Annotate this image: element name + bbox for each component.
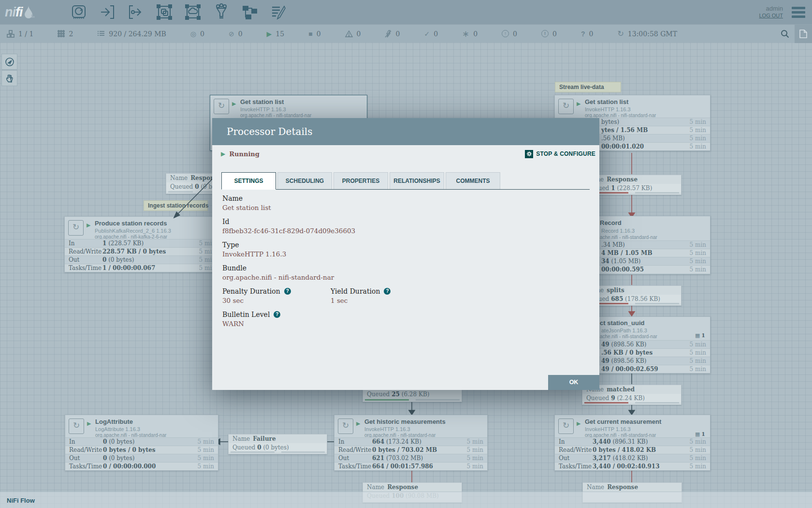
help-icon[interactable]: ? — [384, 288, 391, 295]
field-value: Get station list — [222, 204, 585, 211]
global-menu-icon[interactable] — [792, 5, 805, 20]
help-icon[interactable]: ? — [284, 288, 291, 295]
dialog-title: Processor Details — [212, 118, 599, 145]
name-row: NameResponse — [363, 483, 462, 492]
user-block: admin LOG OUT — [759, 5, 783, 19]
field-yield-duration: Yield Duration? 1 sec — [331, 287, 391, 304]
sync-failure-icon: ? — [581, 30, 585, 37]
logout-link[interactable]: LOG OUT — [759, 12, 783, 19]
template-component-icon[interactable] — [240, 2, 260, 22]
stat-row: In1 (228.57 KB)5 min — [65, 239, 219, 247]
processor-name: ct station_uuid — [600, 319, 644, 327]
stat-row: Tasks/Time1 / 00:00:00.0675 min — [65, 264, 219, 272]
dialog-settings-panel: Name Get station list Id f8fbeb32-fc46-3… — [212, 190, 599, 328]
refresh-icon[interactable]: ↻ — [617, 30, 624, 37]
running-icon: ▶ — [267, 30, 272, 37]
up-to-date-icon: ✓ — [424, 30, 430, 37]
processor-name: LogAttribute — [95, 418, 133, 425]
processor-name: Get station list — [585, 98, 628, 105]
flow-status-bar: 1 / 1 2 920 / 264.29 MB ◎ 0 ⊘ 0 ▶ 15 ■ 0… — [0, 24, 812, 43]
active-threads-icon — [58, 30, 65, 37]
locally-modified-stale-status: ! 0 — [541, 30, 557, 38]
stop-configure-icon — [525, 150, 533, 158]
processor-component-icon[interactable] — [69, 2, 89, 22]
stat-row: Read/Write0 bytes / 0 bytes5 min — [65, 446, 218, 454]
processor-name: Produce station records — [95, 220, 167, 227]
process-group-component-icon[interactable] — [154, 2, 174, 22]
tab-properties[interactable]: PROPERTIES — [334, 172, 388, 189]
label-component-icon[interactable] — [268, 2, 289, 22]
remote-process-group-component-icon[interactable] — [183, 2, 203, 22]
flow-label-ingest-station-records[interactable]: Ingest station records — [144, 200, 208, 211]
ok-button[interactable]: OK — [548, 375, 599, 390]
header-right: admin LOG OUT — [759, 5, 805, 20]
processor-type: PublishKafkaRecord_2_6 1.16.3 — [95, 228, 171, 234]
running-status-icon: ▶ — [577, 101, 580, 107]
connection-queued-25[interactable]: Queued25 (6.28 KB) — [362, 389, 462, 402]
tab-comments[interactable]: COMMENTS — [446, 172, 500, 189]
processor-bundle: ache.nifi - nifi-standard-nar — [600, 235, 657, 240]
hand-icon — [5, 74, 14, 83]
stat-row: Tasks/Time664 / 00:01:57.9865 min — [334, 462, 487, 470]
processor-icon: ↻ — [69, 418, 84, 434]
field-value: InvokeHTTP 1.16.3 — [222, 250, 585, 258]
connection-failure[interactable]: NameFailure Queued0 (0 bytes) — [228, 434, 327, 454]
queued-status: 920 / 264.29 MB — [97, 30, 166, 38]
breadcrumb[interactable]: NiFi Flow — [7, 497, 35, 504]
processor-icon: ↻ — [558, 418, 574, 434]
processor-name: Get historic measurements — [364, 418, 446, 425]
processor-log-attribute[interactable]: ↻ ▶ LogAttribute LogAttribute 1.16.3 org… — [65, 415, 218, 471]
stat-row: In0 (0 bytes)5 min — [65, 437, 218, 446]
grid-icon: ▦ — [695, 332, 700, 339]
processor-produce-station-records[interactable]: ↻ ▶ Produce station records PublishKafka… — [64, 216, 220, 272]
invalid-icon — [345, 30, 353, 37]
locally-modified-stale-icon: ! — [541, 30, 549, 37]
up-to-date-status: ✓ 0 — [424, 30, 438, 38]
output-port-component-icon[interactable] — [126, 2, 146, 22]
processor-type: LogAttribute 1.16.3 — [95, 426, 140, 432]
running-status-icon: ▶ — [356, 420, 360, 427]
navigate-icon — [5, 57, 14, 67]
processor-get-current-measurement[interactable]: ↻ ▶ Get current measurement InvokeHTTP 1… — [554, 415, 710, 471]
tab-settings[interactable]: SETTINGS — [221, 172, 276, 190]
flow-label-stream-live-data[interactable]: Stream live-data — [555, 82, 621, 92]
processor-type: ateJsonPath 1.16.3 — [601, 328, 647, 333]
running-status-icon: ▶ — [221, 150, 225, 157]
not-transmitting-icon: ⊘ — [229, 30, 234, 37]
stop-and-configure-button[interactable]: STOP & CONFIGURE — [525, 150, 595, 158]
help-icon[interactable]: ? — [274, 311, 280, 318]
search-button[interactable] — [775, 25, 795, 43]
sync-failure-status: ? 0 — [581, 30, 593, 38]
birdseye-toggle-button[interactable] — [795, 25, 812, 43]
processor-type: Record 1.16.3 — [601, 228, 635, 234]
breadcrumb-bar: NiFi Flow — [0, 492, 812, 508]
dialog-status-row: ▶ Running STOP & CONFIGURE — [212, 145, 599, 163]
tab-relationships[interactable]: RELATIONSHIPS — [390, 172, 444, 189]
stat-row: Read/Write0 bytes / 418.02 KB5 min — [555, 446, 710, 454]
field-value: WARN — [222, 320, 585, 328]
field-label: Type — [222, 241, 585, 249]
pan-hand-button[interactable] — [1, 70, 17, 86]
disabled-icon — [385, 30, 392, 38]
processor-get-historic-measurements[interactable]: ↻ ▶ Get historic measurements InvokeHTTP… — [334, 415, 488, 471]
transmitting-status: ◎ 0 — [190, 30, 204, 38]
input-port-component-icon[interactable] — [97, 2, 117, 22]
running-status: ▶ 15 — [267, 30, 285, 38]
queued-row: Queued25 (6.28 KB) — [363, 390, 462, 399]
stat-row: Out3,217 (418.02 KB)5 min — [555, 454, 710, 462]
field-label: Yield Duration? — [331, 287, 391, 295]
nifi-droplet-icon — [23, 5, 35, 19]
field-name: Name Get station list — [222, 194, 585, 211]
tasks-badge: ▦1 — [695, 332, 705, 339]
navigate-button[interactable] — [1, 54, 17, 70]
nifi-logo: nifi — [5, 5, 58, 20]
stopped-icon: ■ — [308, 30, 312, 37]
processor-icon: ↻ — [338, 418, 353, 434]
field-label: Id — [222, 218, 585, 225]
field-type: Type InvokeHTTP 1.16.3 — [222, 241, 585, 258]
field-label: Name — [222, 194, 585, 202]
processor-details-dialog: Processor Details ▶ Running STOP & CONFI… — [212, 118, 599, 390]
tab-scheduling[interactable]: SCHEDULING — [277, 172, 332, 189]
processor-name: Get station list — [240, 98, 284, 105]
funnel-component-icon[interactable] — [211, 2, 232, 22]
